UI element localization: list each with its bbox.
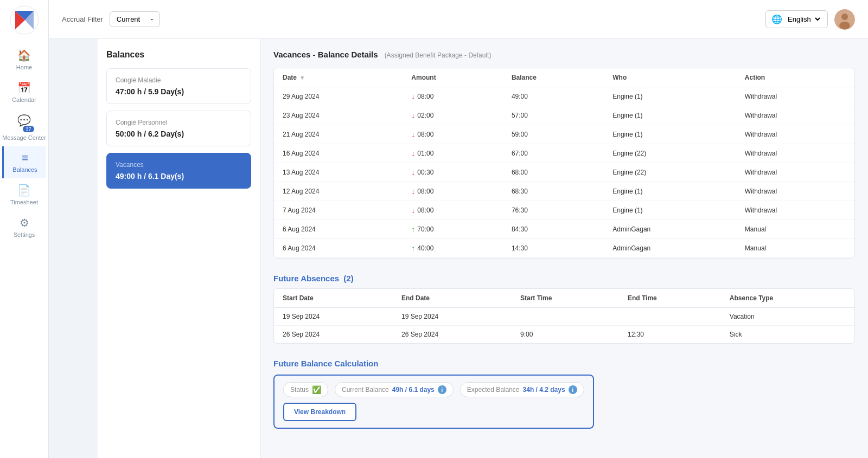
balance-card-vacances[interactable]: Vacances 49:00 h / 6.1 Day(s) [106,153,251,189]
arrow-down-icon: ↓ [411,111,415,120]
cell-action: Manual [736,220,854,239]
message-center-label: Message Center [2,134,46,141]
future-absences-thead: Start Date End Date Start Time End Time … [274,289,854,308]
table-row: 29 Aug 2024 ↓ 08:00 49:00 Engine (1) Wit… [274,87,854,106]
table-row: 16 Aug 2024 ↓ 01:00 67:00 Engine (22) Wi… [274,144,854,163]
col-action: Action [736,68,854,87]
fa-cell-end-time [619,308,721,326]
cell-date: 29 Aug 2024 [274,87,403,106]
future-absences-tbody: 19 Sep 2024 19 Sep 2024 Vacation 26 Sep … [274,308,854,344]
future-absences-title[interactable]: Future Absences (2) [273,274,855,283]
table-row: 12 Aug 2024 ↓ 08:00 68:30 Engine (1) Wit… [274,182,854,201]
calendar-label: Calendar [12,96,36,103]
view-breakdown-button[interactable]: View Breakdown [283,403,356,421]
col-who: Who [604,68,736,87]
globe-icon: 🌐 [771,14,782,24]
vacances-table-head: Date ▼ Amount Balance Who Action [274,68,854,87]
fa-col-start-date: Start Date [274,289,393,308]
cell-who: Engine (1) [604,182,736,201]
sidebar-item-home[interactable]: 🏠 Home [2,43,46,76]
cell-balance: 84:30 [503,220,604,239]
cell-balance: 14:30 [503,239,604,258]
table-row: 6 Aug 2024 ↑ 70:00 84:30 AdminGagan Manu… [274,220,854,239]
balance-card-label-vacances: Vacances [116,161,242,169]
balances-label: Balances [12,166,37,173]
cell-action: Manual [736,239,854,258]
fa-cell-start-date: 19 Sep 2024 [274,308,393,326]
fa-cell-start-time [512,308,619,326]
cell-date: 7 Aug 2024 [274,201,403,220]
fa-cell-start-time: 9:00 [512,326,619,344]
balances-icon: ≡ [22,152,28,164]
cell-amount: ↓ 00:30 [403,163,503,182]
balance-card-conge-maladie[interactable]: Congié Maladie 47:00 h / 5.9 Day(s) [106,68,251,104]
fa-cell-end-date: 26 Sep 2024 [393,326,512,344]
app-logo[interactable] [10,5,39,35]
cell-balance: 76:30 [503,201,604,220]
status-label: Status [290,386,309,394]
current-balance-pill: Current Balance 49h / 6.1 days i [335,382,454,397]
sidebar-item-settings[interactable]: ⚙ Settings [2,211,46,243]
table-row: 21 Aug 2024 ↓ 08:00 59:00 Engine (1) Wit… [274,125,854,144]
col-date: Date ▼ [274,68,403,87]
sidebar-item-message-center[interactable]: 💬 37 Message Center [2,108,46,146]
svg-point-6 [839,22,850,29]
balance-card-value-conge-maladie: 47:00 h / 5.9 Day(s) [116,87,242,96]
cell-amount: ↓ 08:00 [403,182,503,201]
cell-who: Engine (1) [604,201,736,220]
cell-balance: 59:00 [503,125,604,144]
cell-date: 16 Aug 2024 [274,144,403,163]
fa-col-end-date: End Date [393,289,512,308]
date-sort-icon[interactable]: ▼ [299,75,305,81]
user-avatar[interactable] [834,9,855,30]
fa-cell-start-date: 26 Sep 2024 [274,326,393,344]
cell-who: Engine (22) [604,144,736,163]
current-balance-info-icon[interactable]: i [438,385,446,394]
main-content: Balances Congié Maladie 47:00 h / 5.9 Da… [98,39,868,458]
cell-who: Engine (1) [604,87,736,106]
sidebar-item-balances[interactable]: ≡ Balances [2,146,46,178]
message-center-badge: 37 [23,126,34,132]
cell-who: Engine (1) [604,258,736,259]
cell-action: Withdrawal [736,106,854,125]
cell-amount: ↓ 08:00 [403,258,503,259]
sidebar-item-calendar[interactable]: 📅 Calendar [2,76,46,108]
balances-panel: Balances Congié Maladie 47:00 h / 5.9 Da… [98,39,260,458]
cell-amount: ↑ 70:00 [403,220,503,239]
accrual-filter-select[interactable]: Current Previous Next [110,11,160,27]
cell-amount: ↓ 08:00 [403,201,503,220]
expected-balance-info-icon[interactable]: i [569,385,577,394]
cell-date: 23 Aug 2024 [274,106,403,125]
sidebar: 🏠 Home 📅 Calendar 💬 37 Message Center ≡ … [0,0,49,458]
accrual-filter-label: Accrual Filter [62,15,103,23]
balance-card-label-conge-maladie: Congié Maladie [116,76,242,84]
future-balance-title[interactable]: Future Balance Calculation [273,359,855,368]
balance-card-conge-personnel[interactable]: Congié Personnel 50:00 h / 6.2 Day(s) [106,111,251,146]
fa-col-end-time: End Time [619,289,721,308]
cell-date: 13 Aug 2024 [274,163,403,182]
expected-balance-label: Expected Balance [467,386,520,394]
table-row: 19 Sep 2024 19 Sep 2024 Vacation [274,308,854,326]
cell-amount: ↓ 01:00 [403,144,503,163]
language-selector[interactable]: 🌐 English French Spanish [765,10,828,28]
sidebar-item-timesheet[interactable]: 📄 Timesheet [2,178,46,211]
arrow-up-icon: ↑ [411,225,415,234]
vacances-title: Vacances - Balance Details [273,50,378,59]
language-select[interactable]: English French Spanish [786,15,822,24]
vacances-table-scroll[interactable]: Date ▼ Amount Balance Who Action 29 Aug … [274,68,854,258]
balance-card-value-vacances: 49:00 h / 6.1 Day(s) [116,172,242,180]
balance-card-value-conge-personnel: 50:00 h / 6.2 Day(s) [116,130,242,138]
cell-date: 6 Aug 2024 [274,220,403,239]
fa-cell-absence-type: Sick [721,326,854,344]
vacances-table-body: 29 Aug 2024 ↓ 08:00 49:00 Engine (1) Wit… [274,87,854,259]
fa-cell-absence-type: Vacation [721,308,854,326]
table-row: 23 Aug 2024 ↓ 02:00 57:00 Engine (1) Wit… [274,106,854,125]
calendar-icon: 📅 [17,81,31,94]
table-row: 13 Aug 2024 ↓ 00:30 68:00 Engine (22) Wi… [274,163,854,182]
cell-amount: ↓ 08:00 [403,125,503,144]
fa-col-start-time: Start Time [512,289,619,308]
status-check-icon: ✅ [312,385,321,394]
settings-label: Settings [14,231,35,238]
cell-date: 21 Aug 2024 [274,125,403,144]
arrow-down-icon: ↓ [411,149,415,158]
